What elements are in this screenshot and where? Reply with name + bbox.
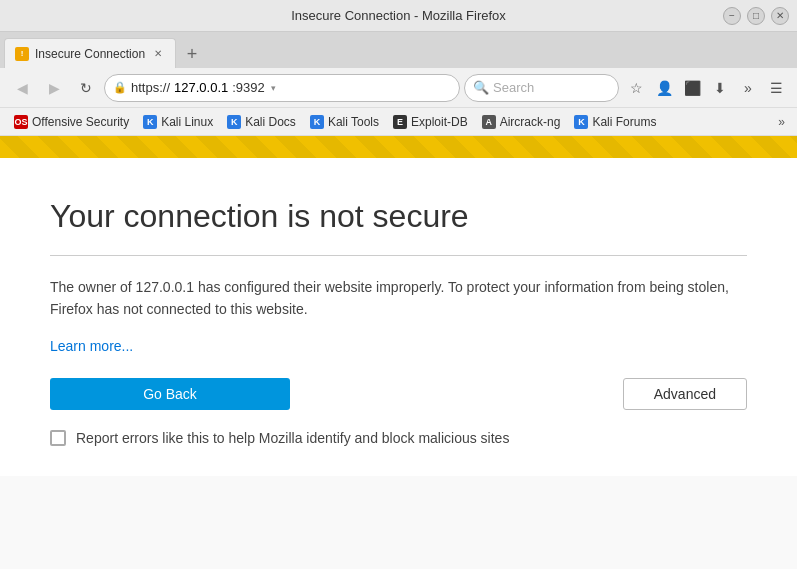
window-title: Insecure Connection - Mozilla Firefox — [291, 8, 506, 23]
bookmark-label: Kali Docs — [245, 115, 296, 129]
bookmark-favicon: A — [482, 115, 496, 129]
overflow-button[interactable]: » — [735, 75, 761, 101]
bookmark-label: Kali Forums — [592, 115, 656, 129]
bookmark-favicon: K — [227, 115, 241, 129]
tab-favicon: ! — [15, 47, 29, 61]
tab-close-button[interactable]: ✕ — [151, 47, 165, 61]
divider — [50, 255, 747, 256]
bookmark-favicon: E — [393, 115, 407, 129]
report-label: Report errors like this to help Mozilla … — [76, 430, 509, 446]
bookmark-item-exploit-db[interactable]: E Exploit-DB — [387, 113, 474, 131]
forward-button[interactable]: ▶ — [40, 74, 68, 102]
window-controls: − □ ✕ — [723, 7, 789, 25]
tab-bar: ! Insecure Connection ✕ + — [0, 32, 797, 68]
error-title: Your connection is not secure — [50, 198, 747, 235]
advanced-button[interactable]: Advanced — [623, 378, 747, 410]
address-host: 127.0.0.1 — [174, 80, 228, 95]
search-bar[interactable]: 🔍 Search — [464, 74, 619, 102]
forward-icon: ▶ — [49, 80, 60, 96]
bookmark-label: Offensive Security — [32, 115, 129, 129]
active-tab[interactable]: ! Insecure Connection ✕ — [4, 38, 176, 68]
reload-icon: ↻ — [80, 80, 92, 96]
address-port: :9392 — [232, 80, 265, 95]
address-scheme: https:// — [131, 80, 170, 95]
bookmark-favicon: K — [310, 115, 324, 129]
address-dropdown-icon[interactable]: ▾ — [271, 83, 276, 93]
warning-stripe — [0, 136, 797, 158]
bookmark-favicon: OS — [14, 115, 28, 129]
nav-bar: ◀ ▶ ↻ 🔒 https:// 127.0.0.1 :9392 ▾ 🔍 Sea… — [0, 68, 797, 108]
search-placeholder: Search — [493, 80, 534, 95]
bookmark-item-kali-docs[interactable]: K Kali Docs — [221, 113, 302, 131]
title-bar: Insecure Connection - Mozilla Firefox − … — [0, 0, 797, 32]
bookmark-item-kali-forums[interactable]: K Kali Forums — [568, 113, 662, 131]
bookmark-item-offensive-security[interactable]: OS Offensive Security — [8, 113, 135, 131]
maximize-button[interactable]: □ — [747, 7, 765, 25]
back-button[interactable]: ◀ — [8, 74, 36, 102]
error-description: The owner of 127.0.0.1 has configured th… — [50, 276, 747, 321]
download-button[interactable]: ⬇ — [707, 75, 733, 101]
go-back-button[interactable]: Go Back — [50, 378, 290, 410]
pocket-button[interactable]: ⬛ — [679, 75, 705, 101]
learn-more-link[interactable]: Learn more... — [50, 338, 133, 354]
bookmarks-more-button[interactable]: » — [774, 113, 789, 131]
bookmark-item-aircrack-ng[interactable]: A Aircrack-ng — [476, 113, 567, 131]
bookmark-label: Kali Linux — [161, 115, 213, 129]
bookmark-favicon: K — [143, 115, 157, 129]
minimize-button[interactable]: − — [723, 7, 741, 25]
bookmark-label: Aircrack-ng — [500, 115, 561, 129]
main-content: Your connection is not secure The owner … — [0, 158, 797, 476]
bookmark-label: Kali Tools — [328, 115, 379, 129]
report-row: Report errors like this to help Mozilla … — [50, 430, 747, 446]
tab-label: Insecure Connection — [35, 47, 145, 61]
menu-button[interactable]: ☰ — [763, 75, 789, 101]
buttons-row: Go Back Advanced — [50, 378, 747, 410]
search-icon: 🔍 — [473, 80, 489, 95]
nav-icons: ☆ 👤 ⬛ ⬇ » ☰ — [623, 75, 789, 101]
lock-icon: 🔒 — [113, 81, 127, 94]
bookmark-item-kali-tools[interactable]: K Kali Tools — [304, 113, 385, 131]
bookmark-star-button[interactable]: ☆ — [623, 75, 649, 101]
bookmark-favicon: K — [574, 115, 588, 129]
new-tab-button[interactable]: + — [178, 40, 206, 68]
bookmark-label: Exploit-DB — [411, 115, 468, 129]
sync-button[interactable]: 👤 — [651, 75, 677, 101]
close-button[interactable]: ✕ — [771, 7, 789, 25]
address-bar[interactable]: 🔒 https:// 127.0.0.1 :9392 ▾ — [104, 74, 460, 102]
bookmark-item-kali-linux[interactable]: K Kali Linux — [137, 113, 219, 131]
report-checkbox[interactable] — [50, 430, 66, 446]
back-icon: ◀ — [17, 80, 28, 96]
reload-button[interactable]: ↻ — [72, 74, 100, 102]
bookmarks-bar: OS Offensive Security K Kali Linux K Kal… — [0, 108, 797, 136]
